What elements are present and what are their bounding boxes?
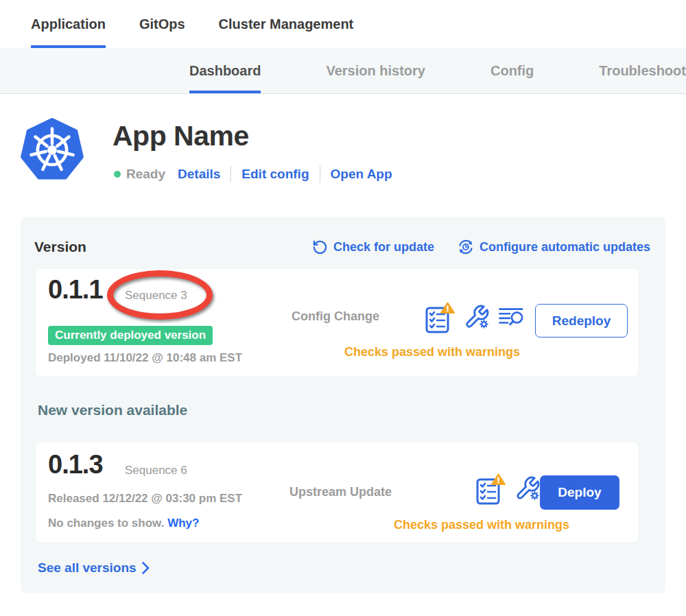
status-label: Ready [126,167,165,182]
tab-application[interactable]: Application [31,0,106,48]
app-header: App Name Ready Details Edit config Open … [0,94,686,217]
open-app-link[interactable]: Open App [331,167,392,182]
available-version-sequence: Sequence 6 [125,464,187,477]
deploy-button[interactable]: Deploy [540,475,619,510]
tab-version-history[interactable]: Version history [326,48,425,93]
see-all-versions-label: See all versions [38,560,137,576]
kubernetes-logo-icon [21,117,84,180]
config-values-icon[interactable] [464,304,490,333]
status-dot-icon [114,171,121,178]
tab-config[interactable]: Config [490,48,534,93]
current-version-card: 0.1.1 Sequence 3 Currently deployed vers… [36,269,638,376]
page-title: App Name [113,120,249,152]
version-source-label: Upstream Update [289,485,392,499]
version-section-header: Version Check for update Configure [21,217,665,255]
edit-config-link[interactable]: Edit config [241,167,309,182]
refresh-icon [312,239,328,255]
auto-update-schedule-icon [458,239,474,255]
view-diff-icon[interactable] [499,307,523,330]
version-section: Version Check for update Configure [21,217,665,593]
divider [230,166,231,182]
tab-dashboard[interactable]: Dashboard [189,48,261,93]
configure-automatic-updates-label: Configure automatic updates [480,240,650,254]
tab-cluster-management[interactable]: Cluster Management [219,0,354,48]
no-changes-text: No changes to show. [48,517,164,530]
divider [320,166,320,182]
tab-gitops[interactable]: GitOps [139,0,185,48]
chevron-right-icon [142,562,150,574]
redeploy-button[interactable]: Redeploy [535,304,628,337]
check-for-update-label: Check for update [333,240,434,254]
app-status-row: Ready Details Edit config Open App [114,166,392,182]
preflight-checks-icon[interactable] [425,302,455,335]
version-check-icons [475,473,541,506]
version-check-icons [425,302,523,335]
no-changes-line: No changes to show. Why? [48,517,199,530]
preflight-checks-icon[interactable] [475,473,506,506]
why-link[interactable]: Why? [167,517,199,530]
checks-status-current: Checks passed with warnings [283,345,582,359]
current-version-number: 0.1.1 [48,275,103,305]
deployed-timestamp: Deployed 11/10/22 @ 10:48 am EST [48,351,242,365]
currently-deployed-badge: Currently deployed version [48,326,213,345]
available-version-card: 0.1.3 Sequence 6 Released 12/12/22 @ 03:… [36,442,638,542]
check-for-update-button[interactable]: Check for update [312,239,434,255]
see-all-versions-link[interactable]: See all versions [38,560,150,576]
primary-nav: Application GitOps Cluster Management [0,0,686,48]
details-link[interactable]: Details [178,167,220,182]
app-sub-nav: Dashboard Version history Config Trouble… [0,48,686,94]
available-version-number: 0.1.3 [48,450,103,479]
new-version-available-heading: New version available [38,402,187,418]
config-values-icon[interactable] [514,475,541,504]
tab-troubleshoot[interactable]: Troubleshoot [599,48,686,93]
current-version-sequence: Sequence 3 [125,289,187,303]
checks-status-available: Checks passed with warnings [331,518,632,532]
version-source-label: Config Change [292,309,379,324]
configure-automatic-updates-button[interactable]: Configure automatic updates [458,239,650,255]
version-section-title: Version [34,239,86,255]
released-timestamp: Released 12/12/22 @ 03:30 pm EST [48,492,242,506]
